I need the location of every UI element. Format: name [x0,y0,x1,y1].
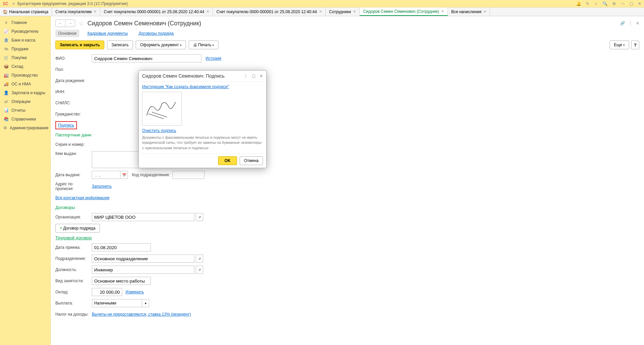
forward-button[interactable]: → [65,20,75,27]
add-contract-button[interactable]: + Договор подряда [55,224,100,233]
change-link[interactable]: Изменить [126,290,144,294]
sidebar-item-manager[interactable]: 📈Руководителю [0,27,50,36]
save-close-button[interactable]: Записать и закрыть [55,41,104,49]
sidebar-item-hr[interactable]: 👤Зарплата и кадры [0,88,50,97]
issue-date-input[interactable] [92,171,120,179]
hire-date-input[interactable] [92,243,151,251]
org-open-icon[interactable]: ↗ [196,213,203,221]
settings-icon[interactable]: ⚙ [612,1,616,6]
sidebar-item-main[interactable]: ≡Главное [0,18,50,27]
fill-link[interactable]: Заполнить [92,184,112,189]
favorite-star-icon[interactable]: ☆ [79,20,84,27]
signature-link-box: Подпись [55,121,77,129]
tab-close-icon[interactable]: ✕ [483,9,486,14]
help-button[interactable]: ? [631,41,639,49]
modal-maximize-icon[interactable]: ▢ [252,74,256,78]
dept-input[interactable] [92,255,194,263]
salary-input[interactable] [92,288,122,296]
trud-section-head[interactable]: Трудовой договор [55,235,639,240]
tab-close-icon[interactable]: ✕ [319,9,322,14]
salary-label: Оклад: [55,290,92,294]
tab-item[interactable]: Счета покупателям✕ [52,7,100,16]
list-icon: ≡ [3,20,9,25]
sidebar-item-label: Отчеты [11,108,25,113]
search-icon[interactable]: 🔍 [602,1,608,6]
back-button[interactable]: ← [56,20,65,27]
history-link[interactable]: История [206,56,221,61]
fio-input[interactable] [92,54,202,62]
tab-close-icon[interactable]: ✕ [206,9,209,14]
history-icon[interactable]: ↻ [586,1,589,6]
close-page-icon[interactable]: ✕ [636,21,639,26]
tax-label: Налог на доходы: [55,312,92,317]
bag-icon: 🛍 [3,47,9,51]
save-button[interactable]: Записать [107,41,133,49]
sidebar-item-label: Банк и касса [11,38,35,43]
star-icon[interactable]: ☆ [594,1,598,6]
link-icon[interactable]: 🔗 [620,21,625,26]
calendar-icon[interactable]: 📅 [120,171,128,179]
sidebar-item-label: Администрирование [10,126,48,130]
tab-close-icon[interactable]: ✕ [441,9,444,14]
sidebar-item-label: Руководителю [11,29,38,34]
signature-link[interactable]: Подпись [58,123,74,128]
close-icon[interactable]: ✕ [638,1,641,6]
dept-open-icon[interactable]: ↗ [196,255,203,263]
clear-signature-link[interactable]: Очистить подпись [142,128,176,133]
ok-button[interactable]: OK [218,156,237,165]
maximize-icon[interactable]: ▢ [629,1,633,6]
payment-select[interactable]: Наличными [92,299,142,307]
minimize-icon[interactable]: — [621,1,625,6]
modal-kebab-icon[interactable]: ⋮ [244,74,248,78]
payment-dropdown-icon[interactable]: ▾ [142,299,149,307]
sidebar-item-bank[interactable]: 🏦Банк и касса [0,36,50,45]
instruction-link[interactable]: Инструкция "Как создать факсимиле подпис… [142,84,229,89]
org-input[interactable] [92,213,194,221]
print-button[interactable]: 🖨 Печать [189,41,218,49]
subtab-main[interactable]: Основное [55,30,79,37]
all-contact-link[interactable]: Вся контактная информация [55,195,109,200]
tax-link[interactable]: Вычеты не предоставляются, ставка 13% (р… [92,312,191,317]
sidebar-item-directories[interactable]: 📚Справочники [0,115,50,124]
sidebar-item-label: Главное [11,20,27,25]
sidebar-item-sales[interactable]: 🛍Продажи [0,45,50,53]
app-logo: 1С [3,1,8,6]
tab-item-active[interactable]: Сидоров Семен Семенович (Сотрудник)✕ [360,7,448,16]
cancel-button[interactable]: Отмена [240,156,263,165]
tab-close-icon[interactable]: ✕ [353,9,356,14]
truck-icon: 🚚 [3,82,9,86]
bell-icon[interactable]: 🔔 [576,1,581,6]
tab-item[interactable]: Счет покупателю 0000-000001 от 25.08.202… [213,7,326,16]
issue-date-label: Дата выдачи: [55,172,92,177]
subtab-dogovor[interactable]: Договоры подряда [136,30,177,37]
employment-input[interactable] [92,277,151,285]
position-input[interactable] [92,266,194,274]
tab-item[interactable]: Все начисления✕ [448,7,490,16]
more-button[interactable]: Еще [610,41,629,49]
dept-code-input[interactable] [172,171,205,179]
content-area: ← → ☆ Сидоров Семен Семенович (Сотрудник… [51,16,644,345]
sidebar-item-purchases[interactable]: 🛒Покупки [0,53,50,62]
hamburger-icon[interactable]: ≡ [12,1,15,6]
sidebar-item-label: ОС и НМА [11,82,31,86]
tab-item[interactable]: Счет покупателю 0000-000001 от 25.08.202… [100,7,213,16]
oformit-button[interactable]: Оформить документ [136,41,186,49]
tab-home[interactable]: 🏠 Начальная страница [0,7,52,16]
sidebar-item-production[interactable]: 🏭Производство [0,71,50,80]
sidebar-item-assets[interactable]: 🚚ОС и НМА [0,80,50,88]
sidebar-item-label: Справочники [11,117,36,122]
sidebar-item-admin[interactable]: ⚙Администрирование [0,124,50,132]
books-icon: 📚 [3,117,9,122]
tab-item[interactable]: Сотрудники✕ [326,7,360,16]
titlebar-right-icons: 🔔 ↻ ☆ 🔍 ⚙ — ▢ ✕ [576,1,641,6]
position-open-icon[interactable]: ↗ [196,266,203,274]
kebab-icon[interactable]: ⋮ [628,21,633,26]
sidebar-item-label: Покупки [11,55,27,60]
birthdate-label: Дата рождения: [55,78,92,83]
sidebar-item-operations[interactable]: ⇄Операции [0,97,50,106]
modal-close-icon[interactable]: ✕ [260,74,263,78]
sidebar-item-reports[interactable]: 📊Отчеты [0,106,50,115]
subtab-kadr[interactable]: Кадровые документы [85,30,131,37]
tab-close-icon[interactable]: ✕ [93,9,97,14]
sidebar-item-warehouse[interactable]: 📦Склад [0,62,50,71]
